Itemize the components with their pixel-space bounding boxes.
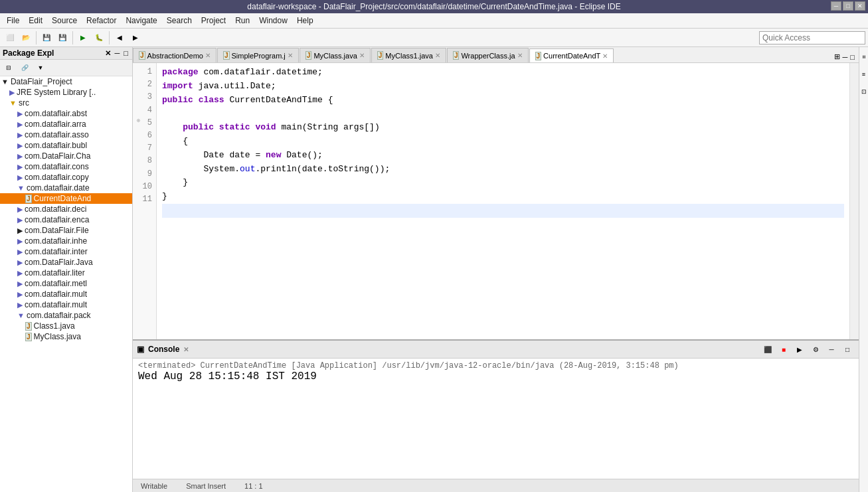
tree-item-icon: ▶ xyxy=(17,269,23,278)
tree-item[interactable]: ▶com.dataflair.abst xyxy=(0,108,132,119)
view-menu-icon[interactable]: ⊞ xyxy=(833,51,841,62)
menu-item-help[interactable]: Help xyxy=(293,15,317,27)
tree-item-label: com.dataflair.mult xyxy=(25,289,87,299)
tree-item[interactable]: ▶com.dataflair.mult xyxy=(0,289,132,299)
tree-item[interactable]: JClass1.java xyxy=(0,321,132,331)
editor-tab[interactable]: JSimpleProgram.j✕ xyxy=(217,48,299,62)
maximize-editor-icon[interactable]: □ xyxy=(849,52,856,62)
tab-close-icon[interactable]: ✕ xyxy=(517,52,523,59)
status-writable: Writable xyxy=(138,482,170,490)
tree-item[interactable]: ▶com.dataflair.asso xyxy=(0,129,132,140)
tree-item[interactable]: ▶com.DataFlair.Java xyxy=(0,257,132,268)
toolbar-new[interactable]: ⬜ xyxy=(3,31,17,45)
tree-item[interactable]: ▶com.DataFlair.Cha xyxy=(0,151,132,161)
tree-item[interactable]: ▶com.dataflair.inter xyxy=(0,246,132,257)
toolbar-save[interactable]: 💾 xyxy=(39,31,54,45)
tree-item[interactable]: JMyClass.java xyxy=(0,331,132,342)
menu-bar: FileEditSourceRefactorNavigateSearchProj… xyxy=(0,13,868,29)
pe-settings[interactable]: ▼ xyxy=(33,60,48,75)
tree-item[interactable]: ▶com.dataflair.metl xyxy=(0,278,132,289)
minimize-button[interactable]: ─ xyxy=(831,1,841,11)
toolbar-debug[interactable]: 🐛 xyxy=(92,31,106,45)
outline-icon-1[interactable]: ≡ xyxy=(857,50,869,64)
toolbar-open[interactable]: 📂 xyxy=(19,31,33,45)
tab-label: CurrentDateAndT xyxy=(543,52,600,60)
tree-item-label: MyClass.java xyxy=(34,332,81,341)
menu-item-edit[interactable]: Edit xyxy=(25,15,46,27)
pe-close-icon[interactable]: ✕ xyxy=(104,49,112,58)
menu-item-source[interactable]: Source xyxy=(48,15,81,27)
tree-item[interactable]: ▼com.dataflair.date xyxy=(0,183,132,193)
menu-item-search[interactable]: Search xyxy=(163,15,196,27)
tree-item[interactable]: ▶com.dataflair.cons xyxy=(0,161,132,172)
tree-item[interactable]: ▶com.dataflair.deci xyxy=(0,204,132,214)
menu-item-project[interactable]: Project xyxy=(197,15,230,27)
tree-item[interactable]: ▶com.dataflair.arra xyxy=(0,119,132,129)
package-explorer-header: Package Expl ✕ ─ □ xyxy=(0,47,132,60)
editor-tab[interactable]: JMyClass.java✕ xyxy=(300,48,371,62)
console-rerun[interactable]: ▶ xyxy=(792,342,807,357)
tree-item[interactable]: ▶com.dataflair.inhe xyxy=(0,236,132,246)
close-button[interactable]: ✕ xyxy=(855,1,865,11)
tree-item-label: DataFlair_Project xyxy=(11,77,72,86)
toolbar-back[interactable]: ◀ xyxy=(112,31,127,45)
console-tab-close[interactable]: ✕ xyxy=(183,346,189,353)
tree-item[interactable]: ▶com.dataflair.liter xyxy=(0,268,132,278)
menu-item-file[interactable]: File xyxy=(3,15,23,27)
editor-tab[interactable]: JMyClass1.java✕ xyxy=(371,48,446,62)
editor-tab[interactable]: JCurrentDateAndT✕ xyxy=(529,48,614,63)
tab-close-icon[interactable]: ✕ xyxy=(359,52,365,59)
tree-item-icon: ▶ xyxy=(17,163,23,171)
tree-item[interactable]: ▼DataFlair_Project xyxy=(0,76,132,87)
tree-item[interactable]: ▼com.dataflair.pack xyxy=(0,310,132,321)
maximize-button[interactable]: □ xyxy=(843,1,853,11)
minimize-editor-icon[interactable]: ─ xyxy=(841,52,849,62)
tree-item[interactable]: JCurrentDateAnd xyxy=(0,193,132,204)
title-bar: dataflair-workspace - DataFlair_Project/… xyxy=(0,0,868,13)
tab-label: WrapperClass.ja xyxy=(461,52,515,60)
pe-link-editor[interactable]: 🔗 xyxy=(17,60,32,75)
tree-item[interactable]: ▶com.DataFlair.File xyxy=(0,225,132,236)
tree-item[interactable]: ▼src xyxy=(0,98,132,108)
pe-header-left: Package Expl xyxy=(3,48,54,58)
console-minimize[interactable]: ─ xyxy=(824,342,839,357)
tree-item-label: com.dataflair.liter xyxy=(25,268,85,278)
toolbar-run[interactable]: ▶ xyxy=(76,31,90,45)
console-clear[interactable]: ⬛ xyxy=(760,342,775,357)
menu-item-refactor[interactable]: Refactor xyxy=(82,15,120,27)
editor-tab[interactable]: JAbstractionDemo✕ xyxy=(133,48,217,62)
tree-item-label: com.DataFlair.Cha xyxy=(25,151,90,161)
pe-collapse-all[interactable]: ⊟ xyxy=(1,60,16,75)
window-title: dataflair-workspace - DataFlair_Project/… xyxy=(247,2,620,11)
tree-item-icon: ▶ xyxy=(17,152,23,161)
code-content[interactable]: package com.dataflair.datetime; import j… xyxy=(157,63,849,339)
outline-icon-3[interactable]: ⊡ xyxy=(857,84,869,99)
tab-close-icon[interactable]: ✕ xyxy=(288,52,293,59)
bottom-panel: ▣ Console ✕ ⬛ ■ ▶ ⚙ ─ □ <terminated> Cur… xyxy=(133,339,859,479)
quick-access-input[interactable] xyxy=(759,31,865,44)
console-terminate[interactable]: ■ xyxy=(776,342,791,357)
tree-item[interactable]: ▶com.dataflair.mult xyxy=(0,299,132,310)
pe-maximize-icon[interactable]: □ xyxy=(122,49,130,58)
outline-icon-2[interactable]: ≡ xyxy=(857,67,869,82)
console-maximize[interactable]: □ xyxy=(840,342,855,357)
console-output: <terminated> CurrentDateAndTime [Java Ap… xyxy=(133,359,859,479)
tree-item[interactable]: ▶com.dataflair.copy xyxy=(0,172,132,183)
menu-item-navigate[interactable]: Navigate xyxy=(122,15,161,27)
tree-item[interactable]: ▶com.dataflair.bubl xyxy=(0,140,132,151)
pe-minimize-icon[interactable]: ─ xyxy=(114,49,122,58)
console-settings[interactable]: ⚙ xyxy=(808,342,823,357)
code-editor[interactable]: 1234⊙567891011 package com.dataflair.dat… xyxy=(133,63,859,339)
editor-tab[interactable]: JWrapperClass.ja✕ xyxy=(447,48,529,62)
pe-tree: ▼DataFlair_Project▶JRE System Library [.… xyxy=(0,76,132,492)
tree-item[interactable]: ▶com.dataflair.enca xyxy=(0,214,132,225)
tree-item-label: CurrentDateAnd xyxy=(34,194,92,203)
tree-item[interactable]: ▶JRE System Library [.. xyxy=(0,87,132,98)
tab-close-icon[interactable]: ✕ xyxy=(435,52,440,59)
menu-item-run[interactable]: Run xyxy=(231,15,254,27)
menu-item-window[interactable]: Window xyxy=(255,15,292,27)
tab-close-icon[interactable]: ✕ xyxy=(602,52,608,60)
toolbar-save-all[interactable]: 💾 xyxy=(55,31,70,45)
toolbar-forward[interactable]: ▶ xyxy=(128,31,143,45)
tab-close-icon[interactable]: ✕ xyxy=(205,52,211,59)
